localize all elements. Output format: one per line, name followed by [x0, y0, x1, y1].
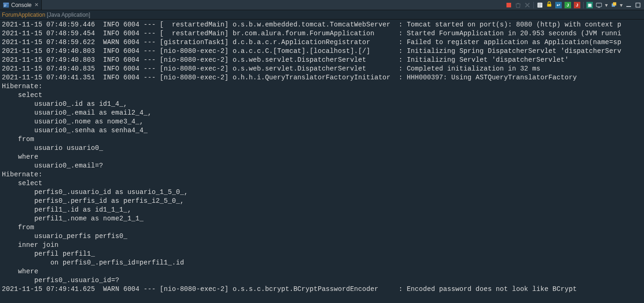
launch-app-type: [Java Application]	[47, 12, 90, 18]
console-output[interactable]: 2021-11-15 07:48:59.446 INFO 6004 --- [ …	[0, 19, 644, 294]
remove-launch-button[interactable]	[514, 1, 522, 9]
tab-bar: Console ✕ ↩ J J ▣ ▾ ▾	[0, 0, 644, 10]
svg-rect-1	[3, 2, 9, 4]
clear-console-button[interactable]	[536, 1, 544, 9]
svg-rect-14	[613, 2, 616, 5]
launch-description: ForumApplication [Java Application]	[0, 10, 644, 19]
svg-rect-15	[626, 6, 631, 7]
remove-all-terminated-button[interactable]	[523, 1, 532, 9]
svg-rect-10	[547, 4, 552, 6]
launch-app-name: ForumApplication	[2, 12, 45, 18]
toolbar-separator	[533, 2, 534, 8]
show-console-err-button[interactable]: J	[573, 1, 581, 9]
console-tab[interactable]: Console ✕	[0, 0, 42, 10]
display-selected-console-button[interactable]: ▣	[585, 1, 594, 9]
console-icon	[3, 2, 9, 8]
svg-rect-2	[4, 5, 7, 5]
svg-rect-11	[596, 3, 601, 6]
terminate-button[interactable]	[505, 1, 513, 9]
open-console-button[interactable]	[595, 1, 603, 9]
word-wrap-button[interactable]: ↩	[554, 1, 563, 9]
new-console-view-button[interactable]	[610, 1, 618, 9]
svg-rect-16	[636, 3, 640, 7]
console-tab-label: Console	[11, 2, 32, 8]
minimize-view-button[interactable]	[624, 1, 633, 9]
scroll-lock-button[interactable]	[545, 1, 553, 9]
close-icon[interactable]: ✕	[34, 2, 39, 8]
toolbar-dropdown-arrow[interactable]: ▾	[604, 1, 609, 9]
svg-rect-3	[4, 6, 6, 6]
toolbar-dropdown-arrow[interactable]: ▾	[619, 1, 624, 9]
show-console-out-button[interactable]: J	[564, 1, 572, 9]
svg-rect-12	[598, 7, 600, 7]
console-toolbar: ↩ J J ▣ ▾ ▾	[505, 0, 644, 10]
maximize-view-button[interactable]	[634, 1, 642, 9]
toolbar-separator	[583, 2, 584, 8]
